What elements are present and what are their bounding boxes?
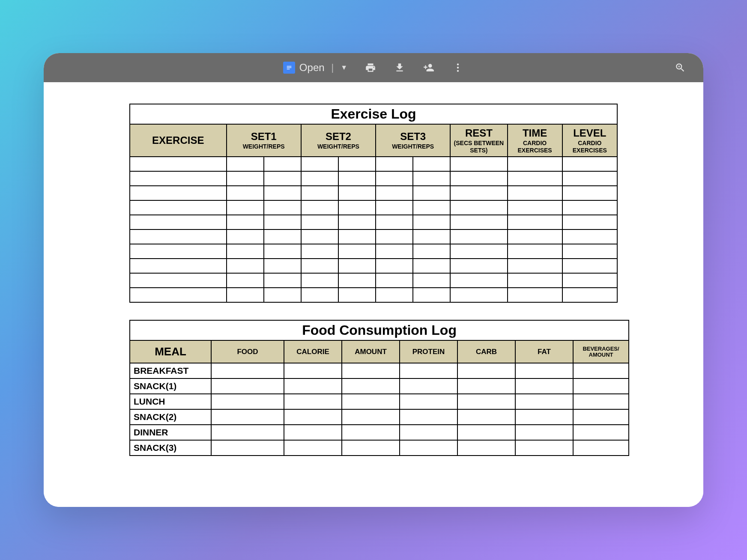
table-cell: [264, 288, 301, 302]
table-cell: [284, 363, 342, 378]
table-cell: [264, 171, 301, 186]
table-cell: [264, 157, 301, 171]
table-cell: [264, 215, 301, 229]
table-cell: [342, 425, 400, 440]
table-cell: [338, 200, 376, 215]
table-cell: [211, 409, 284, 425]
table-cell: [376, 259, 413, 273]
table-cell: [508, 157, 562, 171]
toolbar: Open | ▼: [44, 53, 703, 82]
table-cell: [227, 157, 264, 171]
table-cell: [400, 440, 457, 456]
table-cell: [508, 171, 562, 186]
table-cell: [400, 363, 457, 378]
table-cell: [457, 378, 515, 394]
table-cell: [450, 215, 507, 229]
hdr-rest: REST(SECS BETWEEN SETS): [450, 124, 507, 157]
table-cell: [413, 273, 450, 288]
table-cell: [376, 171, 413, 186]
table-cell: [376, 200, 413, 215]
meal-label: SNACK(3): [130, 440, 211, 456]
open-button[interactable]: Open | ▼: [283, 62, 347, 74]
table-cell: [227, 244, 264, 259]
zoom-in-icon[interactable]: [674, 62, 686, 74]
table-cell: [450, 288, 507, 302]
open-divider: |: [332, 62, 334, 73]
table-cell: [227, 229, 264, 244]
table-cell: [573, 363, 629, 378]
hdr-time: TIMECARDIO EXERCISES: [508, 124, 562, 157]
table-cell: [227, 171, 264, 186]
table-cell: [227, 288, 264, 302]
table-cell: [376, 288, 413, 302]
open-label: Open: [299, 62, 325, 74]
table-cell: [508, 215, 562, 229]
table-cell: [284, 394, 342, 409]
more-icon[interactable]: [452, 62, 464, 74]
table-cell: [264, 186, 301, 200]
document-area[interactable]: Exercise Log EXERCISE SET1WEIGHT/REPS SE…: [44, 82, 703, 507]
exercise-log-table: Exercise Log EXERCISE SET1WEIGHT/REPS SE…: [129, 104, 618, 303]
hdr-protein: PROTEIN: [400, 340, 457, 363]
table-cell: [450, 244, 507, 259]
table-cell: [413, 186, 450, 200]
table-cell: [264, 259, 301, 273]
svg-point-5: [457, 70, 459, 71]
table-cell: [573, 425, 629, 440]
table-cell: [515, 394, 573, 409]
hdr-carb: CARB: [457, 340, 515, 363]
table-cell: [211, 394, 284, 409]
table-cell: [515, 425, 573, 440]
table-row: SNACK(1): [130, 378, 629, 394]
table-cell: [450, 273, 507, 288]
table-cell: [508, 273, 562, 288]
table-cell: [301, 186, 338, 200]
add-person-icon[interactable]: [423, 62, 435, 74]
meal-label: BREAKFAST: [130, 363, 211, 378]
table-cell: [573, 378, 629, 394]
table-cell: [130, 215, 227, 229]
chevron-down-icon[interactable]: ▼: [341, 64, 347, 71]
hdr-exercise: EXERCISE: [130, 124, 227, 157]
hdr-set3: SET3WEIGHT/REPS: [376, 124, 450, 157]
table-cell: [338, 157, 376, 171]
table-cell: [413, 215, 450, 229]
table-row: BREAKFAST: [130, 363, 629, 378]
table-cell: [562, 244, 617, 259]
toolbar-center: Open | ▼: [283, 62, 464, 74]
table-cell: [301, 229, 338, 244]
print-icon[interactable]: [365, 62, 376, 74]
table-cell: [376, 186, 413, 200]
hdr-amount: AMOUNT: [342, 340, 400, 363]
table-cell: [508, 259, 562, 273]
table-cell: [400, 409, 457, 425]
svg-point-4: [457, 67, 459, 69]
hdr-fat: FAT: [515, 340, 573, 363]
table-cell: [211, 425, 284, 440]
table-row: LUNCH: [130, 394, 629, 409]
table-cell: [264, 273, 301, 288]
table-cell: [515, 409, 573, 425]
document-viewer-window: Open | ▼: [44, 53, 703, 507]
table-cell: [338, 186, 376, 200]
svg-rect-1: [287, 67, 292, 68]
download-icon[interactable]: [394, 62, 406, 74]
hdr-level: LEVELCARDIO EXERCISES: [562, 124, 617, 157]
table-cell: [457, 363, 515, 378]
table-cell: [573, 440, 629, 456]
table-cell: [211, 440, 284, 456]
table-cell: [400, 425, 457, 440]
table-cell: [450, 171, 507, 186]
food-log-table: Food Consumption Log MEAL FOOD CALORIE A…: [129, 320, 629, 456]
table-cell: [301, 273, 338, 288]
table-row: SNACK(3): [130, 440, 629, 456]
table-cell: [130, 171, 227, 186]
hdr-beverages: BEVERAGES/ AMOUNT: [573, 340, 629, 363]
table-cell: [227, 186, 264, 200]
table-cell: [450, 229, 507, 244]
table-cell: [284, 378, 342, 394]
docs-icon: [283, 62, 295, 74]
table-cell: [338, 171, 376, 186]
table-cell: [376, 229, 413, 244]
table-cell: [508, 288, 562, 302]
